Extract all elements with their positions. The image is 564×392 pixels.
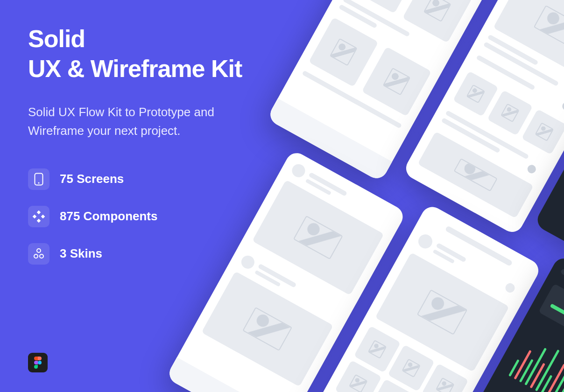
phone-icon: [28, 168, 49, 190]
feature-label: 3 Skins: [60, 246, 102, 261]
marketing-copy: Solid UX & Wireframe Kit Solid UX Flow K…: [28, 26, 271, 280]
features-list: 75 Screens 875 Components: [28, 168, 271, 265]
svg-rect-4: [33, 214, 36, 218]
feature-skins: 3 Skins: [28, 243, 271, 265]
svg-rect-3: [37, 218, 41, 222]
skins-icon: [28, 243, 49, 265]
svg-point-7: [34, 254, 38, 258]
title-line-1: Solid: [28, 26, 271, 52]
subtitle: Solid UX Flow Kit to Prototype and Wiref…: [28, 103, 271, 140]
components-icon: [28, 206, 49, 227]
svg-point-8: [40, 254, 43, 258]
title-line-2: UX & Wireframe Kit: [28, 55, 271, 83]
feature-label: 75 Screens: [60, 172, 124, 186]
feature-components: 875 Components: [28, 206, 271, 227]
svg-point-1: [38, 182, 40, 183]
svg-point-6: [37, 249, 41, 252]
feature-screens: 75 Screens: [28, 168, 271, 190]
feature-label: 875 Components: [60, 209, 158, 224]
svg-rect-2: [37, 210, 41, 214]
svg-point-9: [38, 361, 42, 364]
figma-icon: [28, 353, 48, 372]
svg-rect-5: [41, 214, 45, 218]
